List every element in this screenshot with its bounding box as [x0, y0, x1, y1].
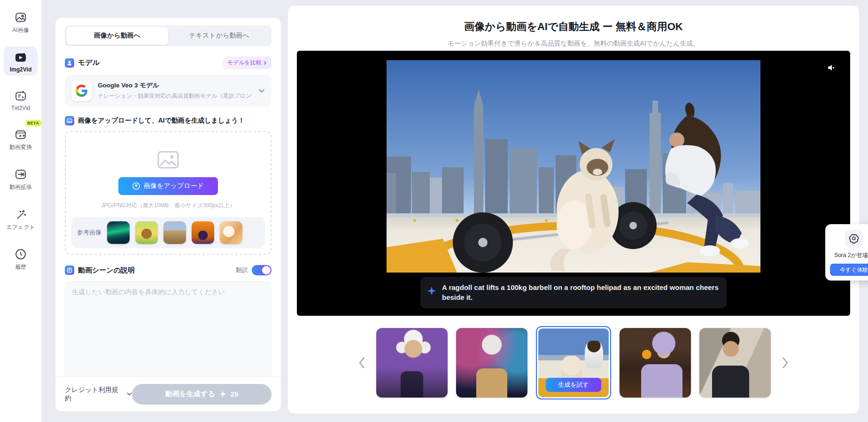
- reference-images-row: 参考画像: [71, 217, 265, 248]
- example-carousel: 生成を試す: [288, 323, 859, 402]
- reference-image-mountain-biker[interactable]: [163, 221, 186, 244]
- queen-beer-image: [620, 328, 691, 398]
- model-description: ナレーション・効果音対応の高品質動画モデル（英語プロンプト限定）: [98, 92, 253, 100]
- sidebar-item-history[interactable]: 履歴: [4, 243, 38, 274]
- ai-image-icon: [14, 10, 28, 24]
- sidebar-item-label: AI画像: [12, 26, 29, 34]
- reference-image-kitten[interactable]: [220, 221, 242, 244]
- carousel-right-arrow[interactable]: [779, 353, 791, 372]
- example-thumb-queen-beer[interactable]: [620, 328, 691, 398]
- tab-image-to-video[interactable]: 画像から動画へ: [66, 27, 168, 45]
- caption-text: A ragdoll cat lifts a 100kg barbell on a…: [442, 282, 719, 303]
- example-thumb-einstein-portrait[interactable]: [376, 328, 448, 398]
- image-dropzone[interactable]: 画像をアップロード JPG/PNG対応（最大10MB、最小サイズ300px以上）…: [65, 131, 271, 255]
- prompt-placeholder: 生成したい動画の内容を具体的に入力してください: [72, 288, 264, 297]
- reference-image-teddy-bear[interactable]: [135, 221, 158, 244]
- translate-label: 翻訳: [236, 266, 248, 274]
- sidebar-item-label: 動画変換: [9, 143, 32, 151]
- translate-toggle[interactable]: [252, 265, 271, 275]
- sidebar-item-video-extend[interactable]: 動画拡張: [4, 164, 38, 194]
- reference-image-aurora[interactable]: [107, 221, 130, 244]
- image-to-video-icon: [14, 50, 28, 64]
- einstein-party-image: [456, 328, 527, 398]
- carousel-left-arrow[interactable]: [356, 353, 368, 372]
- reference-images-label: 参考画像: [77, 228, 101, 237]
- prompt-textarea[interactable]: 生成したい動画の内容を具体的に入力してください 0 / 2000: [65, 281, 271, 376]
- sidebar-item-img2vid[interactable]: Img2Vid: [4, 47, 38, 76]
- example-thumb-cat-barbell[interactable]: 生成を試す: [536, 326, 611, 399]
- model-section-icon: [65, 58, 74, 68]
- einstein-portrait-image: [376, 328, 448, 398]
- panel-footer: クレジット利用規約 動画を生成する 25: [55, 376, 281, 411]
- chevron-down-icon: [258, 89, 265, 93]
- sidebar-item-effects[interactable]: エフェクト: [4, 203, 38, 234]
- example-thumb-lincoln-car[interactable]: [699, 328, 771, 398]
- upload-image-button[interactable]: 画像をアップロード: [118, 177, 218, 195]
- image-placeholder-icon: [157, 151, 179, 169]
- tab-text-to-video[interactable]: テキストから動画へ: [168, 27, 270, 45]
- page-title: 画像から動画をAIで自動生成 ー 無料＆商用OK: [288, 20, 859, 34]
- demo-video-frame: [387, 60, 760, 273]
- scene-description-title: 動画シーンの説明: [78, 266, 135, 275]
- sidebar-item-label: 履歴: [15, 263, 26, 271]
- example-thumb-einstein-party[interactable]: [456, 328, 527, 398]
- sora-promo-popup: Sora 2が登場！ 今すぐ体験: [825, 224, 868, 281]
- sidebar-item-ai-image[interactable]: AI画像: [4, 7, 38, 37]
- compare-models-button[interactable]: モデルを比較: [223, 56, 271, 69]
- sidebar-item-label: 動画拡張: [9, 183, 32, 191]
- upload-note: JPG/PNG対応（最大10MB、最小サイズ300px以上）: [71, 202, 265, 210]
- text-to-video-icon: [14, 89, 28, 103]
- page-subtitle: モーション効果付きで滑らか＆高品質な動画を、無料の動画生成AIでかんたん生成。: [288, 39, 859, 48]
- sidebar-item-label: エフェクト: [6, 223, 35, 231]
- try-generate-button[interactable]: 生成を試す: [546, 378, 601, 392]
- upload-section-icon: [65, 116, 74, 125]
- chevron-right-icon: [263, 61, 267, 65]
- model-selector[interactable]: Google Veo 3 モデル ナレーション・効果音対応の高品質動画モデル（英…: [65, 75, 271, 107]
- sidebar-item-label: Img2Vid: [10, 66, 31, 73]
- showcase-panel: 画像から動画をAIで自動生成 ー 無料＆商用OK モーション効果付きで滑らか＆高…: [288, 6, 859, 414]
- scene-description-icon: [65, 266, 74, 275]
- sidebar-item-txt2vid[interactable]: Txt2Vid: [4, 85, 38, 114]
- sora-promo-text: Sora 2が登場！: [830, 251, 868, 259]
- video-convert-icon: [14, 127, 28, 141]
- video-player[interactable]: A ragdoll cat lifts a 100kg barbell on a…: [297, 51, 850, 316]
- chevron-down-icon: [127, 392, 132, 396]
- model-name: Google Veo 3 モデル: [98, 81, 253, 90]
- mode-tabbar: 画像から動画へ テキストから動画へ: [65, 25, 271, 46]
- reference-image-perfume-bottle[interactable]: [192, 221, 214, 244]
- beta-badge: BETA: [25, 120, 41, 126]
- model-section-title: モデル: [78, 58, 100, 67]
- effects-wand-icon: [14, 207, 28, 221]
- generate-video-button[interactable]: 動画を生成する 25: [132, 384, 271, 405]
- prompt-caption: A ragdoll cat lifts a 100kg barbell on a…: [420, 277, 727, 309]
- sidebar-item-label: Txt2Vid: [11, 105, 30, 111]
- credit-terms-link[interactable]: クレジット利用規約: [65, 386, 132, 403]
- mute-icon[interactable]: [825, 61, 838, 74]
- generation-settings-panel: 画像から動画へ テキストから動画へ モデル モデルを比較 Google Veo …: [55, 18, 281, 411]
- lincoln-car-image: [699, 328, 771, 398]
- upload-icon: [132, 182, 140, 190]
- google-logo-icon: [71, 80, 92, 101]
- sidebar-item-video-convert[interactable]: BETA 動画変換: [4, 124, 38, 154]
- upload-section-title: 画像をアップロードして、AIで動画を生成しましょう！: [78, 117, 245, 125]
- sparkle-icon: [427, 286, 436, 296]
- sora-try-now-button[interactable]: 今すぐ体験: [830, 264, 868, 276]
- openai-logo-icon: [845, 230, 863, 248]
- history-clock-icon: [14, 247, 28, 261]
- app-sidebar: AI画像 Img2Vid Txt2Vid BETA 動画変換 動画拡張 エフェク…: [0, 0, 41, 422]
- credits-sparkle-icon: [219, 391, 226, 398]
- video-extend-icon: [14, 167, 28, 181]
